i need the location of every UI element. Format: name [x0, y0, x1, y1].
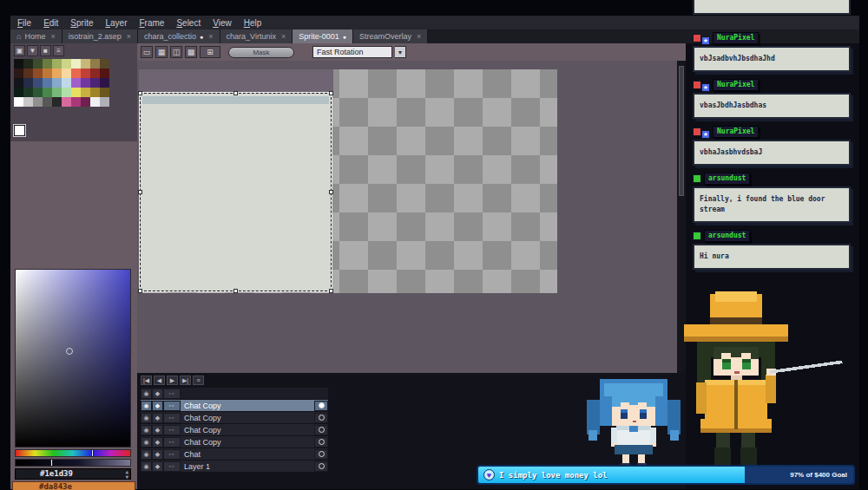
palette-swatch[interactable]: [33, 88, 43, 97]
layer-visibility-toggle[interactable]: ◉: [141, 461, 152, 472]
palette-swatch[interactable]: [52, 78, 62, 88]
tab-close-icon[interactable]: ×: [127, 32, 131, 41]
palette-swatch[interactable]: [62, 69, 71, 78]
palette-swatch[interactable]: [43, 78, 52, 88]
layer-visibility-toggle[interactable]: ◉: [141, 449, 152, 460]
value-slider-handle[interactable]: [50, 459, 53, 467]
first-frame-button[interactable]: |◀: [141, 376, 152, 385]
selection-handle[interactable]: [329, 91, 333, 95]
layer-lock-toggle[interactable]: ◆: [152, 425, 163, 435]
tab-isotrain[interactable]: isotrain_2.asep ×: [62, 29, 138, 43]
layer-lock-toggle[interactable]: ◆: [152, 461, 163, 472]
menu-frame[interactable]: Frame: [140, 18, 165, 28]
layer-link-toggle[interactable]: ◦◦: [163, 461, 181, 472]
palette-swatch[interactable]: [43, 88, 52, 97]
layer-link-toggle[interactable]: ◦◦: [163, 401, 181, 411]
selection-handle[interactable]: [233, 91, 238, 95]
menu-edit[interactable]: Edit: [43, 18, 58, 28]
timeline-options-button[interactable]: ≡: [193, 376, 204, 385]
picker-cursor[interactable]: [66, 348, 73, 355]
palette-swatch[interactable]: [71, 88, 81, 97]
rotation-dropdown[interactable]: Fast Rotation: [312, 46, 392, 58]
tab-close-icon[interactable]: ×: [208, 32, 213, 41]
selection-handle[interactable]: [233, 289, 238, 293]
hex-spinner[interactable]: ▲▼: [125, 469, 128, 480]
menu-layer[interactable]: Layer: [105, 18, 127, 28]
hue-slider-handle[interactable]: [91, 449, 94, 457]
layer-link-toggle[interactable]: ◦◦: [163, 449, 181, 460]
palette-swatch[interactable]: [52, 59, 62, 69]
prev-frame-button[interactable]: ◀: [154, 376, 165, 385]
frame-cell[interactable]: [314, 425, 328, 435]
tab-sprite-0001[interactable]: Sprite-0001 ●: [293, 29, 353, 43]
palette-swatch[interactable]: [43, 97, 52, 107]
grid-tool-icon[interactable]: ▩: [185, 46, 197, 58]
frame-cell[interactable]: [314, 437, 328, 448]
selection-handle[interactable]: [329, 289, 333, 293]
tab-streamoverlay[interactable]: StreamOverlay ×: [353, 29, 428, 43]
palette-swatch[interactable]: [14, 69, 23, 78]
palette-swatch[interactable]: [62, 97, 71, 107]
palette-swatch[interactable]: [81, 69, 90, 78]
palette-swatch[interactable]: [90, 59, 100, 69]
menu-file[interactable]: File: [17, 18, 31, 28]
palette-swatch[interactable]: [100, 78, 109, 88]
selection-handle[interactable]: [138, 289, 142, 293]
dropdown-arrow-icon[interactable]: ▼: [395, 46, 406, 58]
palette-options-button[interactable]: ≡: [53, 45, 64, 56]
menu-sprite[interactable]: Sprite: [70, 18, 93, 28]
frame-cell[interactable]: [314, 461, 328, 472]
palette-swatch[interactable]: [33, 69, 43, 78]
layer-link-toggle[interactable]: ◦◦: [163, 437, 181, 448]
palette-swatch[interactable]: [23, 97, 33, 107]
frame-cell[interactable]: [314, 401, 328, 411]
scrollbar-thumb[interactable]: [679, 66, 684, 196]
palette-swatch[interactable]: [14, 97, 23, 107]
visibility-column-icon[interactable]: ◉: [141, 389, 152, 399]
frame-cell[interactable]: [314, 449, 328, 460]
palette-swatch[interactable]: [81, 78, 90, 88]
palette-swatch[interactable]: [90, 69, 100, 78]
palette-lock-button[interactable]: ▣: [14, 45, 25, 56]
layer-row[interactable]: ◉ ◆ ◦◦ Chat Copy: [141, 436, 328, 448]
palette-swatch[interactable]: [23, 59, 33, 69]
mask-toggle[interactable]: Mask: [228, 47, 294, 58]
layer-lock-toggle[interactable]: ◆: [152, 401, 163, 411]
layer-lock-toggle[interactable]: ◆: [152, 413, 163, 423]
palette-swatch[interactable]: [52, 88, 62, 97]
palette-swatch[interactable]: [52, 69, 62, 78]
palette-swatch[interactable]: [33, 59, 43, 69]
palette-swatch[interactable]: [62, 78, 71, 88]
palette-swatch[interactable]: [71, 97, 81, 107]
layer-row[interactable]: ◉ ◆ ◦◦ Chat Copy: [141, 424, 328, 435]
tab-home[interactable]: ⌂ Home ×: [10, 29, 62, 43]
palette-sort-button[interactable]: ▼: [27, 45, 38, 56]
selection-handle[interactable]: [329, 190, 333, 194]
palette-swatch[interactable]: [71, 69, 81, 78]
palette-swatch[interactable]: [90, 78, 100, 88]
layer-link-toggle[interactable]: ◦◦: [163, 413, 181, 423]
layer-row[interactable]: ◉ ◆ ◦◦ Chat Copy: [141, 400, 328, 411]
palette-swatch[interactable]: [14, 78, 23, 88]
magic-wand-icon[interactable]: ◫: [170, 46, 182, 58]
palette-swatch[interactable]: [71, 78, 81, 88]
transform-tool-icon[interactable]: ⊞: [200, 46, 220, 58]
foreground-color-swatch[interactable]: [14, 125, 25, 136]
palette-swatch[interactable]: [100, 69, 109, 78]
hex-color-field[interactable]: #1e1d39 ▲▼: [15, 468, 131, 480]
menu-select[interactable]: Select: [176, 18, 201, 28]
palette-swatch[interactable]: [33, 97, 43, 107]
tab-close-icon[interactable]: ×: [417, 32, 421, 41]
selection-rectangle[interactable]: [140, 93, 332, 291]
layer-row[interactable]: ◉ ◆ ◦◦ Layer 1: [141, 461, 328, 472]
palette-swatch[interactable]: [100, 88, 109, 97]
palette-swatch[interactable]: [100, 59, 109, 69]
selection-handle[interactable]: [138, 91, 142, 95]
tab-chara-virtunix[interactable]: chara_Virtunix ×: [220, 29, 293, 43]
tab-chara-collectio[interactable]: chara_collectio ● ×: [138, 29, 220, 43]
lasso-tool-icon[interactable]: ▦: [155, 46, 168, 58]
palette-swatch[interactable]: [81, 59, 90, 69]
palette-swatch[interactable]: [90, 88, 100, 97]
tab-close-icon[interactable]: ×: [281, 32, 286, 41]
palette-swatch[interactable]: [43, 59, 52, 69]
